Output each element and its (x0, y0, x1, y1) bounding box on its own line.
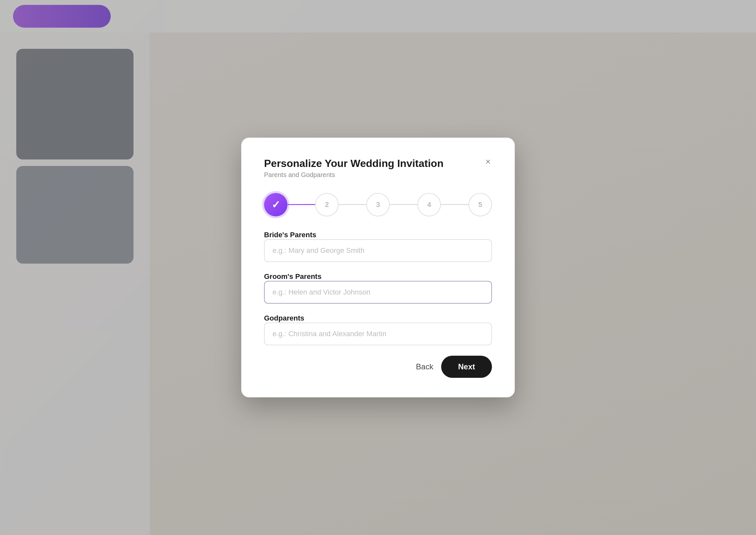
step-5-label: 5 (478, 201, 482, 209)
close-button[interactable]: × (484, 156, 492, 168)
personalize-modal: Personalize Your Wedding Invitation Pare… (241, 138, 515, 397)
modal-title: Personalize Your Wedding Invitation (264, 157, 444, 170)
brides-parents-input[interactable] (264, 239, 492, 262)
step-connector-4 (440, 204, 469, 205)
grooms-parents-label: Groom's Parents (264, 272, 321, 281)
grooms-parents-group: Groom's Parents (264, 272, 492, 304)
steps-progress: ✓ 2 3 4 5 (264, 193, 492, 216)
step-connector-3 (389, 204, 418, 205)
godparents-group: Godparents (264, 314, 492, 345)
step-2[interactable]: 2 (315, 193, 338, 216)
brides-parents-label: Bride's Parents (264, 231, 316, 239)
next-button[interactable]: Next (441, 356, 492, 378)
step-connector-2 (338, 204, 367, 205)
step-3-label: 3 (376, 201, 380, 209)
godparents-label: Godparents (264, 314, 304, 322)
modal-footer: Back Next (264, 356, 492, 378)
step-5[interactable]: 5 (469, 193, 492, 216)
step-4[interactable]: 4 (418, 193, 441, 216)
step-3[interactable]: 3 (366, 193, 390, 216)
step-1[interactable]: ✓ (264, 193, 287, 216)
modal-header: Personalize Your Wedding Invitation Pare… (264, 157, 492, 190)
modal-wrapper: Personalize Your Wedding Invitation Pare… (0, 0, 756, 535)
brides-parents-group: Bride's Parents (264, 231, 492, 262)
step-4-label: 4 (427, 201, 431, 209)
check-icon: ✓ (272, 199, 280, 211)
step-connector-1 (287, 204, 316, 205)
godparents-input[interactable] (264, 323, 492, 345)
step-2-label: 2 (325, 201, 329, 209)
grooms-parents-input[interactable] (264, 281, 492, 304)
back-button[interactable]: Back (416, 362, 433, 371)
modal-subtitle: Parents and Godparents (264, 171, 444, 179)
modal-title-group: Personalize Your Wedding Invitation Pare… (264, 157, 444, 190)
